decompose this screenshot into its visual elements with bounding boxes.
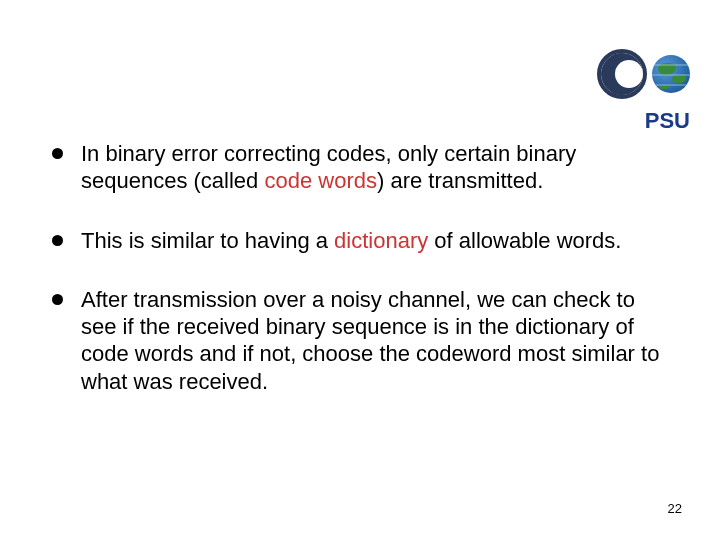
page-number: 22 — [668, 501, 682, 516]
bullet-icon — [52, 148, 63, 159]
bullet-text: This is similar to having a dictionary o… — [81, 227, 668, 254]
bullet-list: In binary error correcting codes, only c… — [52, 140, 668, 427]
globe-icon — [652, 55, 690, 93]
institution-label: PSU — [645, 108, 690, 134]
bullet-text: After transmission over a noisy channel,… — [81, 286, 668, 395]
bullet-icon — [52, 235, 63, 246]
slide: PSU In binary error correcting codes, on… — [0, 0, 720, 540]
crescent-icon — [601, 50, 649, 98]
list-item: After transmission over a noisy channel,… — [52, 286, 668, 395]
bullet-text: In binary error correcting codes, only c… — [81, 140, 668, 195]
list-item: This is similar to having a dictionary o… — [52, 227, 668, 254]
list-item: In binary error correcting codes, only c… — [52, 140, 668, 195]
bullet-icon — [52, 294, 63, 305]
logo-area — [601, 50, 690, 98]
